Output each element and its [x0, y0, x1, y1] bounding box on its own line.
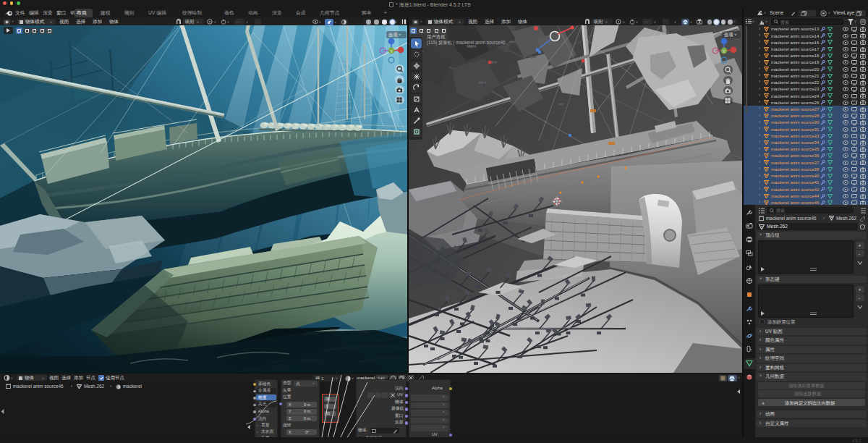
- svg-text:Y: Y: [390, 49, 393, 54]
- svg-text:Y: Y: [723, 49, 726, 54]
